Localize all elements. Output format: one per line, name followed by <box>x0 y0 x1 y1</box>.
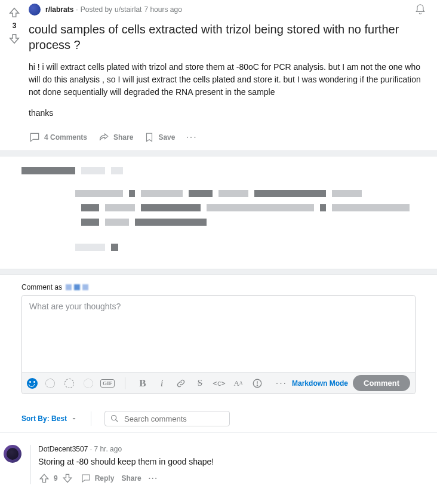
strikethrough-icon[interactable]: S <box>193 377 207 390</box>
chevron-down-icon <box>70 415 78 422</box>
inline-code-icon[interactable]: <c> <box>213 377 226 390</box>
comment-score: 9 <box>54 474 58 483</box>
toolbar-more-icon[interactable]: ··· <box>276 378 287 389</box>
section-divider <box>0 150 437 156</box>
superscript-icon[interactable]: AA <box>232 377 245 390</box>
post-age: 7 hours ago <box>144 5 181 14</box>
bold-icon[interactable]: B <box>136 377 149 390</box>
upvote-icon[interactable] <box>8 6 21 19</box>
hidden-content-region <box>0 156 437 269</box>
comment-textarea[interactable] <box>22 296 415 370</box>
italic-icon[interactable]: i <box>155 377 168 390</box>
markdown-mode-toggle[interactable]: Markdown Mode <box>292 379 348 388</box>
link-icon[interactable] <box>174 377 187 390</box>
comment-share-button[interactable]: Share <box>121 474 141 483</box>
sort-label-text: Sort By: Best <box>21 414 67 423</box>
share-label: Share <box>113 133 133 142</box>
comment-submit-button[interactable]: Comment <box>353 375 410 391</box>
svg-point-1 <box>257 385 257 385</box>
toolbar-separator <box>125 377 125 389</box>
comment-text: Storing at -80 should keep them in good … <box>38 457 432 466</box>
comments-count-label: 4 Comments <box>44 133 87 142</box>
reply-label: Reply <box>95 474 115 483</box>
svg-point-2 <box>112 416 116 420</box>
search-icon <box>110 414 119 423</box>
subreddit-link[interactable]: r/labrats <box>45 5 73 14</box>
gif-icon[interactable]: GIF <box>101 377 114 390</box>
comments-button[interactable]: 4 Comments <box>29 131 87 143</box>
upvote-icon[interactable] <box>38 472 50 484</box>
reply-button[interactable]: Reply <box>81 473 115 484</box>
post-score: 3 <box>13 21 17 30</box>
comment-author[interactable]: DotDecent3507 <box>38 445 88 453</box>
comment-icon <box>29 131 41 143</box>
current-user-blurred <box>66 284 88 290</box>
comment-icon <box>81 473 91 484</box>
more-actions-button[interactable]: ··· <box>186 132 197 143</box>
meta-separator: · <box>76 5 78 14</box>
avatar[interactable] <box>4 445 21 463</box>
emoji-icon[interactable] <box>27 378 38 389</box>
comment-as-label: Comment as <box>21 283 62 291</box>
post-body-2: thanks <box>29 107 426 119</box>
spoiler-icon[interactable] <box>251 377 264 390</box>
downvote-icon[interactable] <box>61 472 73 484</box>
post-title: could samples of cells extracted with tr… <box>29 21 426 53</box>
save-label: Save <box>158 133 175 142</box>
share-button[interactable]: Share <box>98 131 133 143</box>
downvote-icon[interactable] <box>8 32 21 45</box>
vertical-separator <box>91 411 91 426</box>
sort-dropdown[interactable]: Sort By: Best <box>21 414 78 423</box>
subreddit-icon[interactable] <box>29 4 41 16</box>
comment-age: 7 hr. ago <box>94 445 122 453</box>
bell-icon[interactable] <box>414 4 426 16</box>
bookmark-icon <box>144 132 155 143</box>
author-link[interactable]: u/stairlat <box>115 5 141 14</box>
save-button[interactable]: Save <box>144 132 175 143</box>
comment-search-box[interactable] <box>104 411 230 426</box>
share-icon <box>98 131 110 143</box>
comment-more-button[interactable]: ··· <box>149 474 158 483</box>
award-icon-1[interactable] <box>44 377 57 390</box>
section-divider <box>0 269 437 275</box>
award-icon-3[interactable] <box>82 377 95 390</box>
award-icon-2[interactable] <box>63 377 76 390</box>
comment-search-input[interactable] <box>124 414 224 423</box>
post-body-1: hi ! i will extract cells plated with tr… <box>29 61 426 99</box>
posted-by-label: Posted by <box>81 5 112 14</box>
